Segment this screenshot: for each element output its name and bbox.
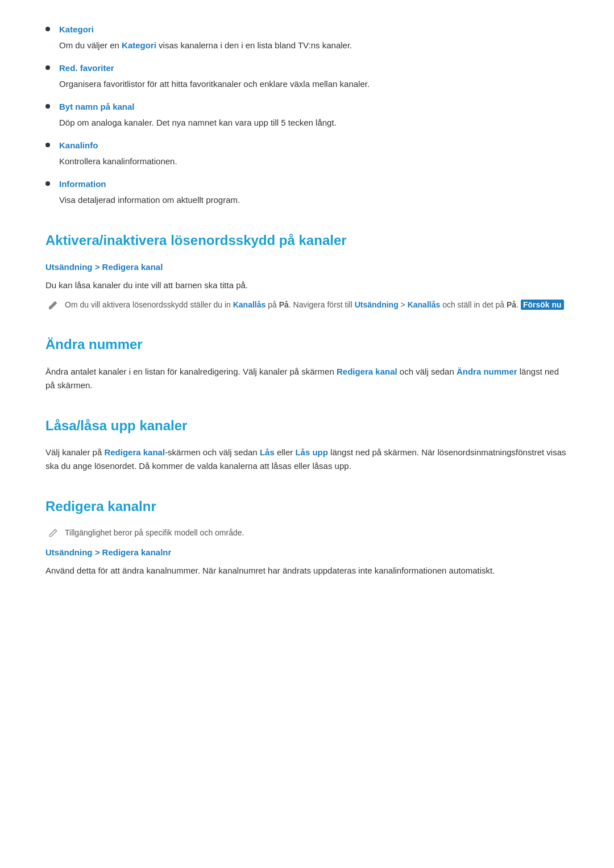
list-item-kategori: Kategori Om du väljer en Kategori visas … — [45, 23, 569, 52]
section2-body: Ändra antalet kanaler i en listan för ka… — [45, 365, 569, 392]
byt-namn-link[interactable]: Byt namn på kanal — [59, 100, 569, 114]
section1-heading: Aktivera/inaktivera lösenordsskydd på ka… — [45, 230, 569, 251]
section3-body: Välj kanaler på Redigera kanal-skärmen o… — [45, 446, 569, 473]
section1-body: Du kan låsa kanaler du inte vill att bar… — [45, 279, 569, 292]
utsandning-link[interactable]: Utsändning — [355, 300, 399, 309]
svg-line-4 — [51, 531, 56, 537]
section4-note-text: Tillgänglighet beror på specifik modell … — [65, 527, 244, 539]
bullet-dot — [45, 65, 50, 70]
las-link[interactable]: Lås — [260, 447, 275, 457]
pencil-icon — [48, 300, 58, 310]
section1-note-text: Om du vill aktivera lösenordsskydd ställ… — [65, 299, 564, 311]
kategori-inline-link[interactable]: Kategori — [122, 40, 156, 50]
list-item-byt-namn: Byt namn på kanal Döp om analoga kanaler… — [45, 100, 569, 130]
kanallas2-link[interactable]: Kanallås — [408, 300, 441, 309]
pencil-icon2 — [48, 528, 58, 538]
forsok-nu-badge[interactable]: Försök nu — [521, 300, 564, 310]
red-favoriter-desc: Organisera favoritlistor för att hitta f… — [59, 77, 569, 91]
svg-line-5 — [55, 529, 57, 531]
byt-namn-desc: Döp om analoga kanaler. Det nya namnet k… — [59, 116, 569, 130]
bullet-list: Kategori Om du väljer en Kategori visas … — [45, 23, 569, 207]
redigera-kanal-link2[interactable]: Redigera kanal — [337, 367, 397, 376]
information-link[interactable]: Information — [59, 177, 569, 191]
kanalinfo-link[interactable]: Kanalinfo — [59, 139, 569, 152]
red-favoriter-link[interactable]: Red. favoriter — [59, 61, 569, 75]
section4-note-row: Tillgänglighet beror på specifik modell … — [45, 527, 569, 539]
list-item-information: Information Visa detaljerad information … — [45, 177, 569, 207]
kanalinfo-desc: Kontrollera kanalinformationen. — [59, 155, 569, 168]
information-desc: Visa detaljerad information om aktuellt … — [59, 193, 569, 207]
section4-heading: Redigera kanalnr — [45, 496, 569, 517]
section-redigera-kanalnr: Redigera kanalnr Tillgänglighet beror på… — [45, 496, 569, 577]
bullet-dot — [45, 143, 50, 147]
section3-heading: Låsa/låsa upp kanaler — [45, 415, 569, 437]
bullet-dot — [45, 104, 50, 109]
redigera-kanal-link3[interactable]: Redigera kanal — [104, 447, 165, 457]
section-lasa: Låsa/låsa upp kanaler Välj kanaler på Re… — [45, 415, 569, 473]
bullet-dot — [45, 181, 50, 186]
kanallas-link[interactable]: Kanallås — [233, 300, 266, 309]
kategori-link[interactable]: Kategori — [59, 23, 569, 36]
las-upp-link[interactable]: Lås upp — [295, 447, 328, 457]
section4-body: Använd detta för att ändra kanalnummer. … — [45, 564, 569, 578]
section4-nav-link[interactable]: Utsändning > Redigera kanalnr — [45, 546, 569, 559]
section2-heading: Ändra nummer — [45, 334, 569, 355]
section1-nav-link[interactable]: Utsändning > Redigera kanal — [45, 260, 569, 274]
list-item-red-favoriter: Red. favoriter Organisera favoritlistor … — [45, 61, 569, 91]
kategori-desc: Om du väljer en Kategori visas kanalerna… — [59, 39, 569, 52]
svg-line-3 — [49, 529, 55, 535]
section1-note-row: Om du vill aktivera lösenordsskydd ställ… — [45, 299, 569, 311]
bullet-dot — [45, 27, 50, 31]
section-aktivera: Aktivera/inaktivera lösenordsskydd på ka… — [45, 230, 569, 311]
section-andra-nummer: Ändra nummer Ändra antalet kanaler i en … — [45, 334, 569, 392]
andra-nummer-link[interactable]: Ändra nummer — [457, 367, 517, 376]
list-item-kanalinfo: Kanalinfo Kontrollera kanalinformationen… — [45, 139, 569, 168]
